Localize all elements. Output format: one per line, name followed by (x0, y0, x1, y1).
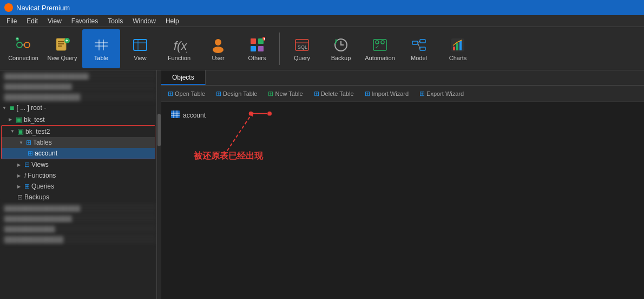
menu-favorites[interactable]: Favorites (67, 16, 102, 26)
charts-label: Charts (449, 55, 466, 61)
menu-window[interactable]: Window (128, 16, 160, 26)
backup-label: Backup (331, 55, 351, 61)
sidebar-item-account[interactable]: ⊞ account (2, 148, 155, 159)
functions-arrow: ▶ (17, 173, 23, 178)
delete-table-label: Delete Table (321, 90, 354, 97)
app-title: Navicat Premium (16, 4, 70, 12)
import-wizard-icon: ⊞ (365, 90, 370, 98)
svg-rect-46 (171, 110, 180, 118)
tab-objects[interactable]: Objects (161, 70, 206, 85)
sidebar-blurred-row-2: ████████████████ (0, 81, 156, 91)
sidebar-scroll-thumb[interactable] (157, 114, 161, 146)
sidebar-root-item[interactable]: ▼ ■ [ ... ] root - (0, 102, 156, 114)
toolbar-charts-button[interactable]: Charts (439, 29, 477, 68)
new-table-icon: ⊞ (268, 90, 273, 98)
views-label: Views (31, 161, 49, 168)
root-expand-arrow: ▼ (2, 106, 8, 110)
svg-rect-44 (456, 43, 458, 50)
toolbar-connection-button[interactable]: + Connection (4, 29, 42, 68)
menu-tools[interactable]: Tools (103, 16, 127, 26)
svg-rect-25 (258, 46, 264, 51)
bk-test-db-icon: ▣ (16, 115, 22, 123)
root-label: [ ... ] root - (16, 104, 46, 112)
export-wizard-button[interactable]: ⊞ Export Wizard (417, 89, 466, 99)
table-label: Table (94, 55, 108, 61)
main-layout: ████████████████████ ████████████████ ██… (0, 70, 644, 299)
sidebar-scrollbar[interactable] (157, 70, 161, 299)
svg-marker-55 (249, 113, 254, 117)
svg-rect-38 (420, 40, 425, 43)
backups-label: Backups (24, 193, 49, 201)
svg-line-41 (418, 43, 420, 49)
toolbar: + Connection + New Query (0, 27, 644, 70)
sidebar-item-queries[interactable]: ▶ ⊞ Queries (0, 181, 156, 192)
menu-view[interactable]: View (43, 16, 66, 26)
new-table-label: New Table (275, 90, 303, 97)
account-entry-label: account (183, 112, 206, 119)
svg-rect-24 (251, 46, 256, 51)
export-wizard-icon: ⊞ (419, 90, 425, 98)
new-table-button[interactable]: ⊞ New Table (266, 89, 305, 99)
svg-rect-45 (459, 41, 462, 50)
toolbar-table-button[interactable]: Table (82, 29, 120, 68)
sidebar-blurred-row-3: ██████████████████ (0, 92, 156, 101)
svg-text:+: + (16, 37, 18, 40)
toolbar-new-query-button[interactable]: + New Query (43, 29, 81, 68)
views-icon: ⊟ (24, 161, 30, 168)
account-entry-icon (171, 110, 180, 120)
svg-text:SQL: SQL (298, 44, 307, 50)
bk-test2-label: bk_test2 (25, 128, 50, 135)
sidebar-blurred-row-1: ████████████████████ (0, 71, 156, 81)
account-label: account (35, 150, 57, 157)
sidebar-item-bk-test[interactable]: ▶ ▣ bk_test (0, 114, 156, 125)
svg-point-20 (215, 39, 221, 46)
delete-table-button[interactable]: ⊞ Delete Table (312, 89, 356, 99)
sidebar-item-backups[interactable]: ⊡ Backups (0, 192, 156, 203)
table-icon (93, 36, 110, 54)
svg-line-54 (224, 115, 251, 155)
svg-rect-43 (453, 47, 455, 50)
svg-point-0 (17, 42, 22, 48)
menu-help[interactable]: Help (161, 16, 183, 26)
sidebar-blurred-row-5: ████████████████ (0, 213, 156, 223)
delete-table-icon: ⊞ (314, 90, 319, 98)
backup-icon (332, 36, 350, 54)
svg-rect-16 (134, 40, 147, 50)
svg-point-51 (249, 112, 253, 116)
toolbar-others-button[interactable]: ▾ Others (238, 29, 276, 68)
svg-point-21 (213, 47, 224, 53)
objects-toolbar: ⊞ Open Table ⊞ Design Table ⊞ New Table … (161, 86, 644, 102)
svg-rect-11 (95, 40, 108, 50)
user-label: User (212, 55, 224, 61)
table-entry-account[interactable]: account (168, 108, 209, 122)
design-table-button[interactable]: ⊞ Design Table (214, 89, 259, 99)
toolbar-model-button[interactable]: Model (400, 29, 438, 68)
toolbar-query-button[interactable]: SQL Query (283, 29, 321, 68)
svg-text:f(x): f(x) (174, 39, 187, 53)
open-table-button[interactable]: ⊞ Open Table (166, 89, 207, 99)
svg-rect-37 (412, 41, 418, 44)
menu-file[interactable]: File (2, 16, 21, 26)
menu-edit[interactable]: Edit (22, 16, 42, 26)
toolbar-backup-button[interactable]: Backup (322, 29, 360, 68)
automation-icon: ✓ ✓ (371, 36, 389, 54)
sidebar-item-functions[interactable]: ▶ f Functions (0, 170, 156, 181)
function-icon: f(x) (170, 36, 188, 54)
functions-label: Functions (28, 172, 56, 179)
import-wizard-button[interactable]: ⊞ Import Wizard (363, 89, 411, 99)
svg-rect-22 (251, 38, 256, 44)
toolbar-user-button[interactable]: User (199, 29, 237, 68)
toolbar-automation-button[interactable]: ✓ ✓ Automation (361, 29, 399, 68)
view-label: View (134, 55, 147, 61)
sidebar-item-views[interactable]: ▶ ⊟ Views (0, 159, 156, 170)
sidebar-item-tables[interactable]: ▼ ⊞ Tables (2, 137, 155, 148)
tabs-bar: Objects (161, 70, 644, 86)
bk-test2-arrow: ▼ (10, 129, 16, 134)
toolbar-view-button[interactable]: View (121, 29, 159, 68)
sidebar-item-bk-test2[interactable]: ▼ ▣ bk_test2 (2, 126, 155, 137)
sidebar[interactable]: ████████████████████ ████████████████ ██… (0, 70, 157, 299)
export-wizard-label: Export Wizard (426, 90, 464, 97)
bk-test-label: bk_test (24, 116, 45, 123)
toolbar-function-button[interactable]: f(x) Function (160, 29, 198, 68)
svg-rect-39 (420, 47, 425, 50)
